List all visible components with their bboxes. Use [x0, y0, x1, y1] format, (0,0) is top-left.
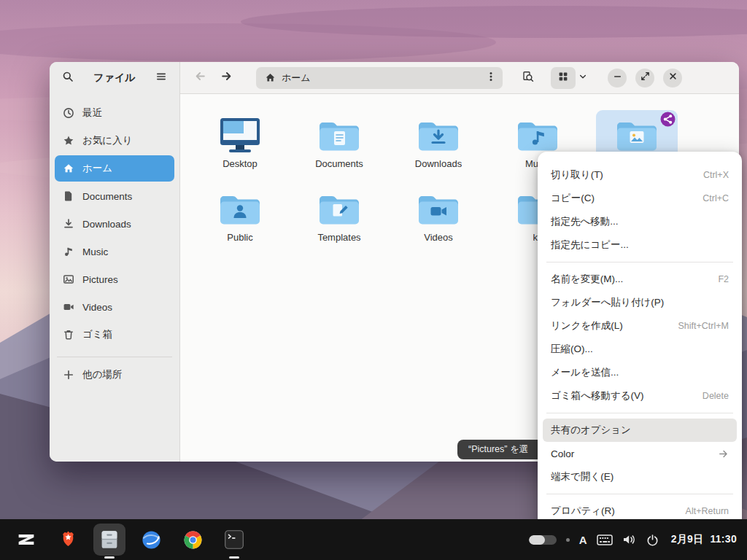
sidebar-item-label: 最近	[82, 106, 102, 120]
sidebar-item-icon	[63, 135, 74, 147]
menu-separator	[546, 262, 733, 262]
folder-icon	[514, 116, 561, 155]
menu-item-copy[interactable]: コピー(C) Ctrl+C	[543, 187, 737, 210]
file-name: Videos	[424, 232, 453, 243]
file-tile-documents[interactable]: Documents	[298, 110, 380, 174]
sidebar-item-icon	[63, 301, 74, 313]
grid-view-icon	[557, 71, 569, 85]
sidebar-item-label: Videos	[82, 302, 112, 313]
sidebar-item-label: 他の場所	[82, 368, 122, 381]
back-button[interactable]	[189, 67, 211, 89]
status-pill[interactable]	[529, 535, 557, 545]
app-icon	[181, 528, 205, 552]
menu-item-label: 圧縮(O)...	[551, 343, 723, 356]
menu-item-label: 端末で開く(E)	[551, 470, 723, 483]
folder-icon	[614, 116, 660, 155]
sidebar-item-home[interactable]: ホーム	[55, 155, 174, 182]
menu-item-cut[interactable]: 切り取り(T) Ctrl+X	[543, 163, 737, 187]
taskbar: A 2月9日 11:30	[0, 519, 747, 560]
menu-item-rename[interactable]: 名前を変更(M)... F2	[543, 268, 737, 291]
sidebar-item-recent[interactable]: 最近	[55, 100, 174, 126]
menu-item-compress[interactable]: 圧縮(O)...	[543, 338, 737, 361]
sidebar-item-documents[interactable]: Documents	[55, 183, 174, 209]
app-icon	[57, 529, 80, 551]
menu-item-move-to-trash[interactable]: ゴミ箱へ移動する(V) Delete	[543, 384, 737, 408]
close-button[interactable]	[663, 69, 682, 88]
menu-item-shortcut: Ctrl+C	[703, 193, 729, 203]
minimize-button[interactable]	[608, 69, 627, 88]
file-tile-templates[interactable]: Templates	[298, 184, 380, 247]
menu-item-sharing-options[interactable]: 共有のオプション	[543, 419, 737, 442]
file-tile-desktop[interactable]: Desktop	[199, 110, 281, 174]
taskbar-app-chrome[interactable]	[177, 524, 209, 556]
sidebar-item-trash[interactable]: ゴミ箱	[55, 322, 174, 348]
sidebar-divider	[57, 357, 172, 357]
sidebar-item-icon	[63, 273, 74, 285]
menu-item-label: Color	[551, 448, 706, 459]
menu-separator	[546, 494, 733, 494]
menu-item-open-in-terminal[interactable]: 端末で開く(E)	[543, 465, 737, 489]
clock[interactable]: 2月9日 11:30	[671, 533, 737, 546]
search-button[interactable]	[57, 67, 79, 89]
taskbar-app-files[interactable]	[93, 524, 125, 556]
sidebar-item-icon	[63, 246, 74, 257]
keyboard-icon[interactable]	[597, 534, 613, 545]
sidebar-item-downloads[interactable]: Downloads	[55, 211, 174, 237]
toast-text: “Pictures” を選	[468, 443, 528, 456]
folder-icon	[316, 190, 363, 229]
folder-icon	[217, 190, 263, 229]
ime-indicator[interactable]: A	[579, 534, 587, 546]
taskbar-app-web-browser[interactable]	[135, 524, 167, 556]
folder-icon	[217, 116, 263, 155]
menu-item-move-to[interactable]: 指定先へ移動...	[543, 210, 737, 233]
sidebar-item-other-locations[interactable]: 他の場所	[55, 362, 174, 388]
file-tile-downloads[interactable]: Downloads	[398, 110, 479, 174]
taskbar-status: A 2月9日 11:30	[529, 533, 737, 546]
sidebar-item-label: Pictures	[82, 274, 118, 285]
taskbar-app-terminal[interactable]	[218, 524, 250, 556]
menu-item-color[interactable]: Color	[543, 442, 737, 465]
location-menu-button[interactable]	[481, 69, 500, 88]
menu-item-send-email[interactable]: メールを送信...	[543, 361, 737, 384]
view-options-dropdown[interactable]	[576, 67, 590, 89]
home-icon	[265, 72, 276, 83]
sidebar-item-starred[interactable]: お気に入り	[55, 128, 174, 154]
app-icon	[139, 528, 163, 552]
menu-item-make-link[interactable]: リンクを作成(L) Shift+Ctrl+M	[543, 314, 737, 338]
close-icon	[667, 71, 678, 85]
menu-item-label: メールを送信...	[551, 366, 723, 379]
file-tile-videos[interactable]: Videos	[398, 184, 479, 247]
menu-item-label: 切り取り(T)	[551, 168, 697, 182]
view-toggle-button[interactable]	[551, 67, 576, 89]
menu-item-paste-into-folder[interactable]: フォルダーへ貼り付け(P)	[543, 291, 737, 314]
menu-item-copy-to[interactable]: 指定先にコピー...	[543, 233, 737, 257]
taskbar-app-zorin-menu[interactable]	[10, 524, 42, 556]
forward-button[interactable]	[215, 67, 237, 89]
sidebar-header: ファイル	[50, 62, 179, 94]
power-icon[interactable]	[646, 534, 659, 546]
maximize-icon	[640, 71, 651, 85]
file-name: Public	[227, 232, 252, 243]
taskbar-app-brave[interactable]	[52, 524, 84, 556]
sidebar-item-icon	[63, 190, 74, 202]
sidebar-item-music[interactable]: Music	[55, 238, 174, 265]
sidebar-item-label: ホーム	[82, 162, 112, 175]
sidebar-item-pictures[interactable]: Pictures	[55, 266, 174, 292]
menu-item-label: 指定先へ移動...	[551, 215, 723, 228]
submenu-arrow-icon	[718, 448, 729, 459]
location-bar[interactable]: ホーム	[256, 67, 503, 89]
volume-icon[interactable]	[622, 534, 637, 545]
file-tile-public[interactable]: Public	[199, 184, 281, 247]
file-name: Desktop	[222, 158, 258, 169]
hamburger-icon	[155, 71, 167, 85]
menu-item-label: フォルダーへ貼り付け(P)	[551, 296, 723, 309]
sidebar-item-label: お気に入り	[82, 134, 132, 147]
sidebar-item-label: ゴミ箱	[82, 328, 112, 341]
sidebar-item-videos[interactable]: Videos	[55, 294, 174, 320]
menu-item-shortcut: Alt+Return	[686, 506, 729, 516]
maximize-button[interactable]	[635, 69, 654, 88]
search-files-button[interactable]	[517, 67, 539, 89]
menu-item-shortcut: Ctrl+X	[703, 170, 729, 180]
app-icon	[222, 527, 247, 552]
app-menu-button[interactable]	[150, 67, 172, 89]
